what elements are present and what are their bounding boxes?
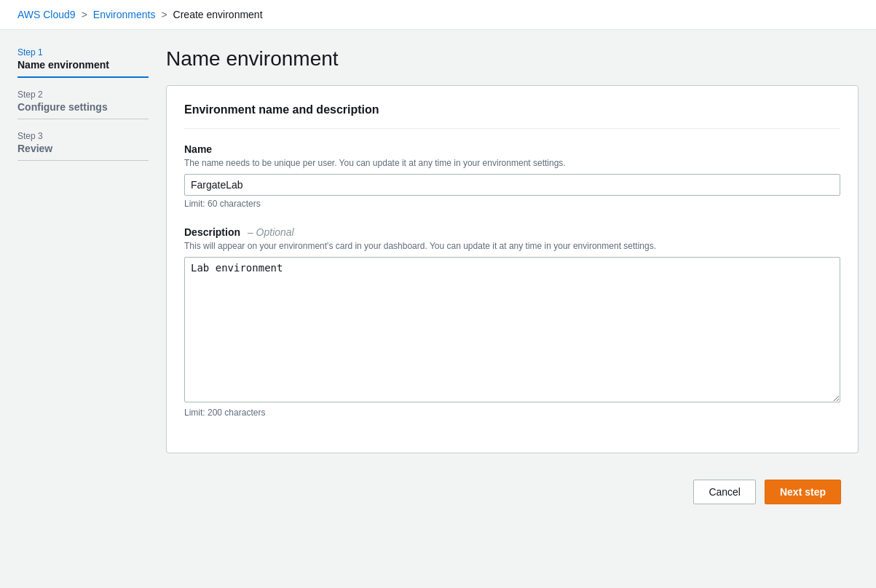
name-field-group: Name The name needs to be unique per use… — [184, 143, 840, 209]
breadcrumb-current: Create environment — [173, 9, 263, 20]
cancel-button[interactable]: Cancel — [693, 480, 756, 504]
description-label-row: Description – Optional — [184, 226, 840, 238]
breadcrumb-separator-2: > — [161, 9, 167, 20]
name-input[interactable] — [184, 174, 840, 196]
page-layout: Step 1 Name environment Step 2 Configure… — [0, 30, 876, 581]
step-3-item[interactable]: Step 3 Review — [17, 131, 149, 161]
next-step-button[interactable]: Next step — [765, 480, 841, 504]
step-3-label: Review — [17, 143, 149, 154]
name-description: The name needs to be unique per user. Yo… — [184, 158, 840, 168]
description-textarea[interactable]: Lab environment — [184, 257, 840, 402]
footer-actions: Cancel Next step — [166, 465, 859, 519]
description-optional: – Optional — [248, 226, 294, 238]
sidebar: Step 1 Name environment Step 2 Configure… — [17, 47, 149, 564]
description-description: This will appear on your environment's c… — [184, 241, 840, 251]
description-field-group: Description – Optional This will appear … — [184, 226, 840, 418]
description-label: Description — [184, 226, 240, 238]
step-1-item[interactable]: Step 1 Name environment — [17, 47, 149, 78]
step-1-label: Name environment — [17, 59, 149, 71]
name-char-limit: Limit: 60 characters — [184, 199, 840, 209]
step-2-item[interactable]: Step 2 Configure settings — [17, 90, 149, 119]
step-2-number: Step 2 — [17, 90, 149, 100]
form-card: Environment name and description Name Th… — [166, 85, 859, 453]
name-label-row: Name — [184, 143, 840, 155]
name-label: Name — [184, 143, 212, 155]
breadcrumb-environments[interactable]: Environments — [93, 9, 156, 20]
section-title: Environment name and description — [184, 103, 840, 129]
breadcrumb-nav: AWS Cloud9 > Environments > Create envir… — [0, 0, 876, 30]
description-char-limit: Limit: 200 characters — [184, 408, 840, 418]
step-3-number: Step 3 — [17, 131, 149, 141]
breadcrumb-home[interactable]: AWS Cloud9 — [17, 9, 76, 20]
step-2-label: Configure settings — [17, 101, 149, 113]
breadcrumb-separator-1: > — [82, 9, 87, 20]
step-1-number: Step 1 — [17, 47, 149, 57]
main-content: Name environment Environment name and de… — [166, 47, 859, 564]
page-title: Name environment — [166, 47, 859, 71]
